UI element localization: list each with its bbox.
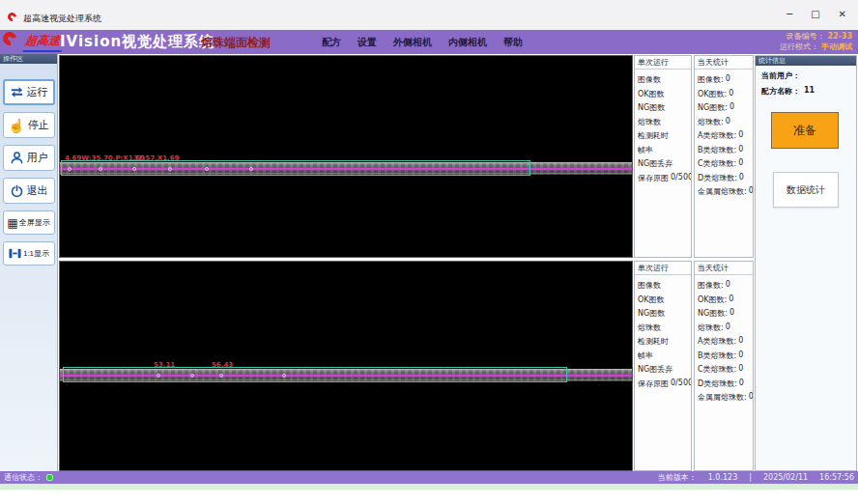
run-button[interactable]: 运行: [3, 79, 55, 105]
one-to-one-button-label: 1:1显示: [23, 248, 49, 259]
comm-status-label: 通信状态：: [4, 472, 43, 483]
stat-value: 0: [738, 145, 743, 159]
stat-row: NG图丢弃: [638, 158, 691, 173]
menu-item[interactable]: 帮助: [503, 36, 523, 49]
grid-icon: ▦: [7, 217, 17, 229]
brand-name: 超高速: [23, 33, 65, 52]
today-stats-panel-1: 当天统计 图像数: 0 OK图数: 0 NG图数: 0: [694, 55, 754, 258]
stat-label: 金属屑熔珠数:: [698, 186, 747, 201]
stat-row: B类熔珠数: 0: [698, 145, 753, 159]
camera-viewport-1[interactable]: 4.69W:35.70,P:X1.69 31.57,X1.69: [59, 55, 633, 258]
recipe-name-label: 配方名称：: [761, 86, 800, 97]
app-title: IVision视觉处理系统: [60, 30, 214, 54]
device-number-value: 22-33: [827, 31, 852, 42]
stat-row: 熔珠数: 0: [698, 322, 753, 337]
detection-roi-box: [61, 160, 530, 176]
stat-row: 帧率: [638, 350, 691, 365]
today-stats-title: 当天统计: [695, 262, 753, 275]
menu-item[interactable]: 内侧相机: [448, 36, 487, 49]
stat-label: 检测耗时: [638, 130, 669, 145]
stat-value: 0: [726, 117, 730, 131]
stat-value: 0: [749, 186, 754, 201]
stat-label: 图像数:: [698, 74, 724, 89]
stat-label: A类熔珠数:: [698, 336, 736, 350]
minimize-button[interactable]: ─: [786, 9, 792, 20]
info-panel: 统计信息 当前用户： 配方名称： 11 准备 数据统计: [755, 55, 857, 471]
statusbar: 通信状态： 当前版本： 1.0.123 | 2025/02/11 16:57:5…: [0, 471, 858, 484]
stat-label: NG图丢弃: [638, 158, 672, 173]
brand-logo-icon: [0, 29, 18, 47]
statusbar-date: 2025/02/11: [763, 473, 808, 482]
stat-row: A类熔珠数: 0: [698, 336, 753, 350]
version-label: 当前版本：: [658, 472, 697, 483]
exit-button[interactable]: 退出: [3, 178, 55, 204]
single-run-panel-2: 单次运行 图像数 OK图数 NG图数: [634, 261, 692, 471]
stat-row: OK图数: 0: [698, 89, 753, 103]
stat-label: OK图数:: [698, 89, 727, 103]
user-icon: [10, 151, 24, 165]
stat-row: NG图数: 0: [698, 102, 753, 117]
stat-row: C类熔珠数: 0: [698, 364, 753, 378]
one-to-one-button[interactable]: 1:1显示: [3, 241, 55, 266]
stat-value: 0/500: [671, 378, 692, 393]
stat-label: D类熔珠数:: [698, 173, 737, 187]
one-to-one-icon: [8, 246, 22, 261]
main-menu: 配方设置外侧相机内侧相机帮助: [322, 30, 523, 54]
camera-viewport-2[interactable]: 53.11 56.43: [59, 261, 633, 471]
stat-label: 帧率: [638, 145, 653, 159]
stat-label: 金属屑熔珠数:: [698, 392, 747, 406]
user-button[interactable]: 用户: [3, 145, 55, 171]
single-run-panel-1: 单次运行 图像数 OK图数 NG图数: [634, 55, 692, 258]
stat-value: 0: [729, 308, 734, 322]
exit-button-label: 退出: [27, 183, 48, 198]
stat-label: 保存原图: [638, 173, 669, 187]
stat-value: 0: [726, 74, 730, 89]
stat-row: 金属屑熔珠数: 0: [698, 186, 753, 201]
stat-row: 金属屑熔珠数: 0: [698, 392, 753, 406]
stat-label: NG图数:: [698, 308, 728, 322]
detection-roi-box: [63, 367, 567, 382]
prepare-button[interactable]: 准备: [771, 112, 839, 149]
stop-button[interactable]: ☝ 停止: [3, 112, 55, 138]
stat-row: C类熔珠数: 0: [698, 158, 753, 173]
fullscreen-button[interactable]: ▦ 全屏显示: [3, 210, 55, 235]
stat-label: 图像数: [638, 280, 661, 294]
stat-label: OK图数:: [698, 294, 727, 309]
stat-value: 0: [729, 102, 734, 117]
run-mode-label: 运行模式：: [780, 42, 818, 52]
menu-item[interactable]: 配方: [322, 36, 341, 49]
stat-row: 检测耗时: [638, 130, 691, 145]
fullscreen-button-label: 全屏显示: [19, 217, 50, 228]
stat-row: D类熔珠数: 0: [698, 173, 753, 187]
stat-value: 0: [738, 130, 743, 145]
stat-value: 0: [729, 89, 733, 103]
stat-row: 图像数: 0: [698, 280, 753, 294]
stat-value: 0: [726, 280, 730, 294]
app-header: 超高速 IVision视觉处理系统 熔珠端面检测 配方设置外侧相机内侧相机帮助 …: [0, 30, 858, 54]
stat-label: C类熔珠数:: [698, 158, 736, 173]
stat-row: NG图数: 0: [698, 308, 753, 322]
stat-row: 保存原图 0/500: [638, 173, 691, 187]
menu-item[interactable]: 外侧相机: [393, 36, 432, 49]
bottom-strip: [0, 484, 858, 490]
stat-label: B类熔珠数:: [698, 145, 736, 159]
version-value: 1.0.123: [708, 473, 738, 482]
stat-label: NG图数:: [698, 102, 728, 117]
menu-item[interactable]: 设置: [358, 36, 377, 49]
statusbar-time: 16:57:56: [819, 473, 854, 482]
stat-label: 检测耗时: [638, 336, 669, 350]
stat-label: 帧率: [638, 350, 653, 365]
cycle-arrows-icon: [10, 85, 24, 99]
single-run-title: 单次运行: [635, 262, 691, 275]
maximize-button[interactable]: □: [811, 9, 819, 20]
main-area: 操作区 运行 ☝ 停止: [0, 54, 858, 471]
stat-row: 检测耗时: [638, 336, 691, 350]
stat-label: D类熔珠数:: [698, 378, 737, 393]
sidebar: 操作区 运行 ☝ 停止: [0, 54, 58, 471]
stat-value: 0: [739, 378, 744, 393]
close-button[interactable]: ✕: [839, 9, 846, 20]
data-statistics-button[interactable]: 数据统计: [773, 172, 839, 208]
stat-row: OK图数: 0: [698, 294, 753, 309]
info-panel-header: 统计信息: [756, 56, 856, 66]
stat-row: 图像数: 0: [698, 74, 753, 89]
